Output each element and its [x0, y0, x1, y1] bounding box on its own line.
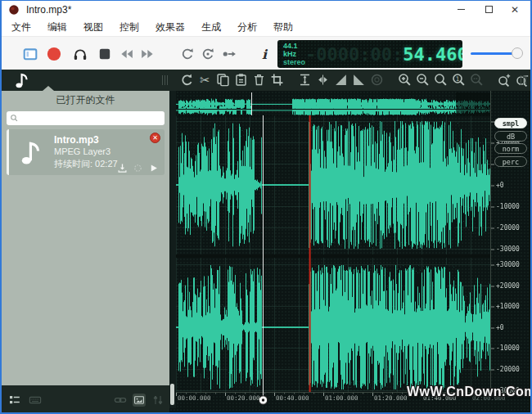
media-thumb-icon[interactable]	[133, 394, 146, 407]
close-button[interactable]: ✕	[504, 1, 525, 18]
fade-in-icon[interactable]	[334, 73, 348, 87]
edit-toolbar: ✂1	[2, 70, 530, 91]
menu-item-analysis[interactable]: 分析	[229, 18, 265, 36]
loop-button[interactable]	[180, 47, 195, 61]
music-note-icon	[16, 138, 44, 166]
svg-text:✂: ✂	[200, 73, 210, 87]
link-icon[interactable]	[114, 394, 127, 407]
menu-item-file[interactable]: 文件	[3, 18, 39, 36]
paste-icon[interactable]	[234, 73, 248, 87]
ghost-digits: -0000:00:	[305, 44, 403, 65]
sort-icon[interactable]	[151, 394, 165, 407]
axis-label-ch1-4: -10000	[496, 203, 520, 210]
transport-toolbar: 44.1 kHz stereo -0000:00:54.460 i	[2, 36, 530, 70]
sync-icon[interactable]	[133, 162, 143, 173]
record-button[interactable]	[47, 47, 61, 61]
ruler-label-4: 01:20.000	[374, 394, 408, 402]
keyboard-icon[interactable]	[29, 394, 42, 407]
toolbar-drag-handle[interactable]	[162, 75, 169, 85]
minimize-button[interactable]	[450, 1, 471, 18]
menu-item-edit[interactable]: 编辑	[39, 18, 75, 36]
time-counter: -0000:00:54.460	[305, 44, 462, 65]
menu-item-view[interactable]: 视图	[75, 18, 111, 36]
ruler-label-1: 00:20.000	[227, 394, 260, 402]
axis-label-ch1-6: -30000	[496, 245, 520, 253]
play-icon[interactable]	[148, 162, 159, 173]
info-button[interactable]: i	[257, 47, 272, 61]
menu-item-effects[interactable]: 效果器	[147, 18, 193, 36]
delete-icon[interactable]	[252, 73, 266, 87]
menu-item-control[interactable]: 控制	[111, 18, 147, 36]
zoom-icon[interactable]	[434, 73, 448, 87]
reverse-icon[interactable]	[316, 73, 330, 87]
format-readout: 44.1 kHz stereo	[277, 42, 305, 66]
file-format: MPEG Layer3	[54, 146, 110, 156]
play-headphones-button[interactable]	[73, 47, 88, 61]
app-window: Intro.mp3* ✕ 文件编辑视图控制效果器生成分析帮助 44.1 kHz …	[0, 0, 532, 414]
ruler-label-3: 01:00.000	[325, 394, 358, 402]
list-view-icon[interactable]	[8, 394, 21, 407]
sample-rate-label: 44.1 kHz	[283, 42, 305, 58]
files-sidebar: 已打开的文件 Intro.mp3 MPEG Layer3 持续时间: 02:27…	[2, 91, 169, 414]
current-time: 54.460	[403, 44, 462, 65]
maximize-button[interactable]	[478, 1, 499, 18]
axis-label-ch2-2: +10000	[496, 303, 520, 310]
search-box[interactable]	[7, 111, 165, 125]
time-display: 44.1 kHz stereo -0000:00:54.460	[277, 40, 462, 68]
selection-tool-button[interactable]	[23, 47, 38, 61]
axis-label-ch2-4: -10000	[496, 344, 520, 352]
axis-label-ch1-5: -20000	[496, 224, 520, 232]
axis-divider	[490, 91, 491, 392]
zoom-selection-icon[interactable]	[470, 73, 484, 87]
fade-out-icon[interactable]	[352, 73, 366, 87]
channel-mode-label: stereo	[283, 58, 305, 66]
save-icon[interactable]	[117, 162, 128, 173]
loop-once-button[interactable]	[201, 47, 215, 61]
vzoom-in-icon[interactable]	[498, 73, 512, 87]
mode-pill-norm[interactable]: norm	[494, 143, 527, 154]
volume-track[interactable]	[471, 52, 516, 55]
search-icon	[10, 114, 19, 123]
undo-icon[interactable]	[180, 73, 194, 87]
volume-knob[interactable]	[512, 47, 523, 59]
play-cursor-button[interactable]	[222, 47, 237, 61]
trim-icon[interactable]	[270, 73, 284, 87]
toolbar-drag-handle-right[interactable]	[521, 75, 527, 85]
ruler-label-2: 00:40.000	[276, 394, 309, 402]
zoom-one-icon[interactable]: 1	[452, 73, 466, 87]
menu-item-help[interactable]: 帮助	[265, 18, 301, 36]
sidebar-header: 已打开的文件	[2, 91, 169, 110]
svg-text:i: i	[262, 47, 268, 61]
mode-pill-perc[interactable]: perc	[494, 156, 527, 167]
mode-pill-smpl[interactable]: smpl	[494, 118, 527, 128]
file-list-item[interactable]: Intro.mp3 MPEG Layer3 持续时间: 02:27 ✕	[7, 129, 165, 175]
selection-stripe	[7, 129, 9, 175]
fast-forward-button[interactable]	[141, 47, 156, 61]
ruler-label-0: 00:00.000	[178, 394, 211, 402]
zoom-out-icon[interactable]	[416, 73, 430, 87]
svg-text:1: 1	[456, 75, 460, 83]
axis-label-ch2-5: -20000	[496, 366, 520, 373]
sidebar-footer	[2, 385, 169, 414]
copy-icon[interactable]	[216, 73, 230, 87]
music-note-tab-icon[interactable]	[11, 71, 31, 89]
axis-label-ch2-1: +20000	[496, 282, 520, 290]
volume-slider[interactable]	[471, 37, 526, 70]
menu-bar: 文件编辑视图控制效果器生成分析帮助	[2, 18, 530, 36]
stop-button[interactable]	[97, 47, 112, 61]
zoom-in-icon[interactable]	[398, 73, 412, 87]
close-file-button[interactable]: ✕	[150, 133, 160, 143]
cut-icon[interactable]: ✂	[198, 73, 212, 87]
rewind-button[interactable]	[119, 47, 133, 61]
title-bar: Intro.mp3* ✕	[2, 1, 530, 18]
window-title: Intro.mp3*	[26, 4, 71, 16]
file-name: Intro.mp3	[54, 134, 99, 146]
menu-item-generate[interactable]: 生成	[193, 18, 229, 36]
mode-pill-dB[interactable]: dB	[494, 131, 527, 142]
waveform-canvas[interactable]	[169, 91, 532, 408]
adjust-level-icon[interactable]	[298, 73, 312, 87]
axis-label-ch1-3: +0	[496, 182, 504, 189]
scrollbar-thumb[interactable]	[170, 384, 174, 405]
app-logo-icon	[8, 4, 20, 16]
loop-region-icon[interactable]	[370, 73, 384, 87]
